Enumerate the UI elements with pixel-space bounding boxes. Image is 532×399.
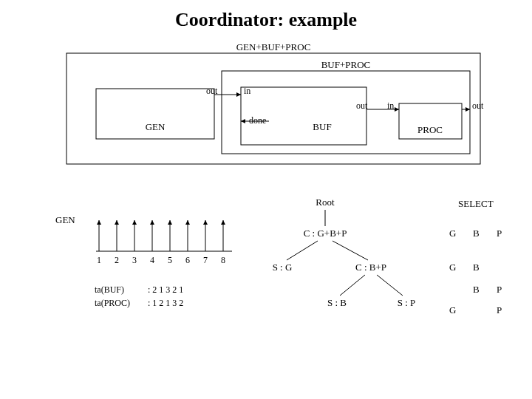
sel-g3: G [449,304,456,316]
timeline-ticks: 1 2 3 4 5 6 7 8 [97,220,225,265]
timeline-name: GEN [55,214,75,225]
proc-label: PROC [417,124,443,135]
sel-p2: P [497,284,502,295]
svg-text:3: 3 [132,255,137,265]
tree-cbp: C : B+P [355,262,386,273]
sel-b1: B [473,228,480,239]
select-label: SELECT [458,198,494,209]
buf-in-label: in [244,86,250,96]
svg-text:1: 1 [97,255,101,265]
svg-line-24 [377,275,403,296]
gen-out-label: out [206,86,218,96]
tree-sb: S : B [327,297,347,308]
sel-g2: G [449,262,456,273]
svg-text:4: 4 [150,255,154,265]
ta-buf-vals: : 2 1 3 2 1 [148,284,183,295]
sel-b2: B [473,262,480,273]
svg-text:2: 2 [115,255,119,265]
inner-box [222,71,470,154]
svg-line-21 [287,241,318,260]
proc-out-label: out [472,100,484,111]
buf-out-label: out [356,100,368,111]
svg-line-22 [332,241,368,260]
svg-text:8: 8 [221,255,225,265]
svg-line-23 [340,275,365,296]
tree: Root C : G+B+P S : G C : B+P S : B S : P [273,197,416,308]
outer-box [66,53,480,164]
sel-p1: P [497,228,502,239]
inner-label: BUF+PROC [321,59,371,70]
proc-in-label: in [387,100,394,111]
sel-p3: P [497,304,502,316]
done-label: done [249,115,266,126]
tree-sg: S : G [273,262,293,273]
svg-text:7: 7 [203,255,208,265]
buf-label: BUF [313,121,331,132]
ta-proc-name: ta(PROC) [95,298,130,308]
ta-proc-vals: : 1 2 1 3 2 [148,298,183,308]
tree-root: Root [316,197,335,208]
outer-label: GEN+BUF+PROC [236,41,311,52]
gen-label: GEN [146,121,166,132]
ta-buf-name: ta(BUF) [95,284,124,295]
svg-text:5: 5 [168,255,172,265]
tree-cgbp: C : G+B+P [304,228,347,239]
sel-b3: B [473,284,480,295]
sel-g1: G [449,228,456,239]
tree-sp: S : P [398,297,416,308]
svg-text:6: 6 [185,255,190,265]
